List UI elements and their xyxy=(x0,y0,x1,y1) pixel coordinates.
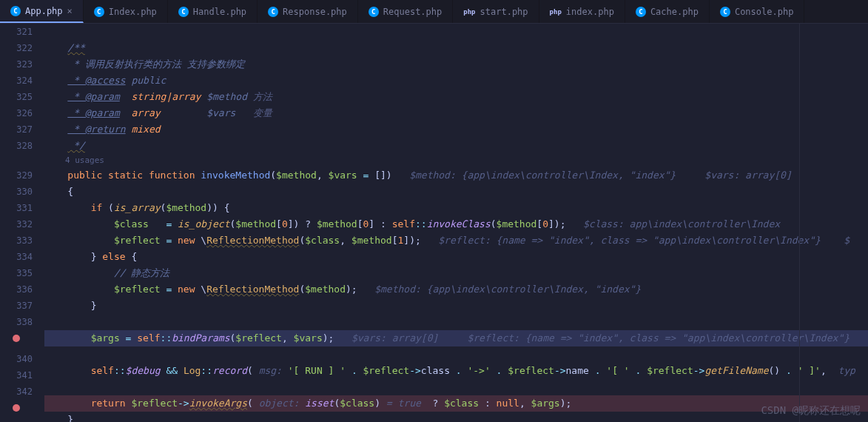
inline-hint: $class: app\index\controller\Index xyxy=(583,218,780,230)
var: $class xyxy=(444,398,479,409)
line-number: 342 xyxy=(0,384,33,400)
line-number: 331 xyxy=(0,200,33,216)
doc-type: array xyxy=(131,107,160,118)
param: $method xyxy=(276,170,317,181)
inline-hint: $method: {app\index\controller\Index, "i… xyxy=(374,284,641,295)
var: $reflect xyxy=(114,284,161,295)
php-class-icon: C xyxy=(178,7,189,17)
php-file-icon: php xyxy=(550,8,562,16)
param-hint: typ xyxy=(838,365,855,376)
php-class-icon: C xyxy=(94,7,104,17)
breakpoint[interactable] xyxy=(0,335,33,351)
inline-hint: $vars: array[0] $reflect: {name => "inde… xyxy=(351,332,850,344)
var: $reflect xyxy=(647,365,693,376)
code-area[interactable]: /** * 调用反射执行类的方法 支持参数绑定 * @access public… xyxy=(44,24,868,422)
breakpoint-icon xyxy=(13,404,20,412)
watermark: CSDN @昵称还在想呢 xyxy=(761,404,861,418)
line-number: 323 xyxy=(0,56,33,73)
doc-type: mixed xyxy=(131,124,160,135)
line-number: 332 xyxy=(0,216,33,232)
tab-label: App.php xyxy=(25,6,63,16)
php-class-icon: C xyxy=(268,7,278,17)
tab-bar: C App.php × CIndex.php CHandle.php CResp… xyxy=(0,0,868,24)
var: $reflect xyxy=(131,398,178,409)
doc-tag: * @param xyxy=(67,107,119,118)
line-number: 328 xyxy=(0,138,33,154)
inline-hint: $reflect: {name => "index", class => "ap… xyxy=(438,235,850,246)
kw-public: public xyxy=(67,170,102,181)
kw-return: return xyxy=(91,398,126,409)
comment: // 静态方法 xyxy=(114,267,169,278)
self: self xyxy=(392,218,415,230)
kw-null: null xyxy=(497,398,519,409)
usages-hint[interactable]: 4 usages xyxy=(44,154,868,167)
tab-label: Handle.php xyxy=(193,7,246,17)
php-class-icon: C xyxy=(369,7,379,17)
doc-open: /** xyxy=(67,42,84,53)
fn-call: is_object xyxy=(178,218,229,230)
var: $class xyxy=(114,218,149,230)
var: $reflect xyxy=(508,365,554,376)
tab-label: Index.php xyxy=(109,7,157,17)
tab-label: Request.php xyxy=(383,7,442,17)
var: $vars xyxy=(294,332,323,344)
fn-call: is_array xyxy=(114,202,161,213)
prop: class xyxy=(421,365,450,376)
brace: } xyxy=(67,414,73,422)
kw-else: else xyxy=(102,251,125,262)
tab-label: index.php xyxy=(566,7,614,17)
tab-indexfile-php[interactable]: phpindex.php xyxy=(539,0,625,23)
line-number: 334 xyxy=(0,249,33,265)
method: getFileName xyxy=(704,365,768,376)
kw-if: if xyxy=(91,202,103,213)
tab-cache-php[interactable]: CCache.php xyxy=(625,0,710,23)
inline-hint: = true xyxy=(386,398,421,409)
param-hint: object: xyxy=(259,398,300,409)
method: invokeArgs xyxy=(189,398,247,409)
tab-response-php[interactable]: CResponse.php xyxy=(258,0,358,23)
inline-hint: $method: {app\index\controller\Index, "i… xyxy=(409,170,792,181)
self: self xyxy=(91,365,114,376)
doc-desc: * 调用反射执行类的方法 支持参数绑定 xyxy=(67,58,244,70)
kw-function: function xyxy=(149,170,195,181)
var: $reflect xyxy=(235,332,282,344)
close-icon[interactable]: × xyxy=(67,6,73,16)
method: invokeClass xyxy=(427,218,491,230)
class: ReflectionMethod xyxy=(206,284,299,295)
php-class-icon: C xyxy=(636,7,646,17)
breakpoint[interactable] xyxy=(0,404,33,421)
line-number: 336 xyxy=(0,281,33,298)
var: $args xyxy=(91,332,120,344)
kw-static: static xyxy=(108,170,143,181)
tab-index-php[interactable]: CIndex.php xyxy=(84,0,168,23)
php-class-icon: C xyxy=(720,7,730,17)
tab-request-php[interactable]: CRequest.php xyxy=(358,0,453,23)
var: $method xyxy=(235,218,276,230)
line-number: 340 xyxy=(0,351,33,367)
string: '->' xyxy=(467,365,490,376)
param-hint: msg: xyxy=(259,365,282,376)
tab-app-php[interactable]: C App.php × xyxy=(0,0,84,23)
var: $method xyxy=(497,218,537,230)
tab-handle-php[interactable]: CHandle.php xyxy=(168,0,258,23)
line-number: 327 xyxy=(0,121,33,138)
tab-label: Cache.php xyxy=(650,7,699,17)
method: record xyxy=(212,365,247,376)
num: 0 xyxy=(282,218,288,230)
doc-tag: * @param xyxy=(67,91,119,102)
line-number: 324 xyxy=(0,73,33,89)
doc-var: $method xyxy=(206,91,247,102)
editor: 321 322 323 324 325 326 327 328 329 330 … xyxy=(0,24,868,422)
kw-new: new xyxy=(178,284,195,295)
line-number: 335 xyxy=(0,265,33,281)
prop: $debug xyxy=(126,365,161,376)
doc-value: public xyxy=(131,75,166,86)
class: ReflectionMethod xyxy=(206,235,299,246)
tab-start-php[interactable]: phpstart.php xyxy=(453,0,539,23)
gutter[interactable]: 321 322 323 324 325 326 327 328 329 330 … xyxy=(0,24,44,422)
line-number: 333 xyxy=(0,232,33,249)
tab-console-php[interactable]: CConsole.php xyxy=(710,0,804,23)
line-number: 338 xyxy=(0,314,33,330)
tab-label: Response.php xyxy=(283,7,347,17)
param: $vars xyxy=(329,170,357,181)
